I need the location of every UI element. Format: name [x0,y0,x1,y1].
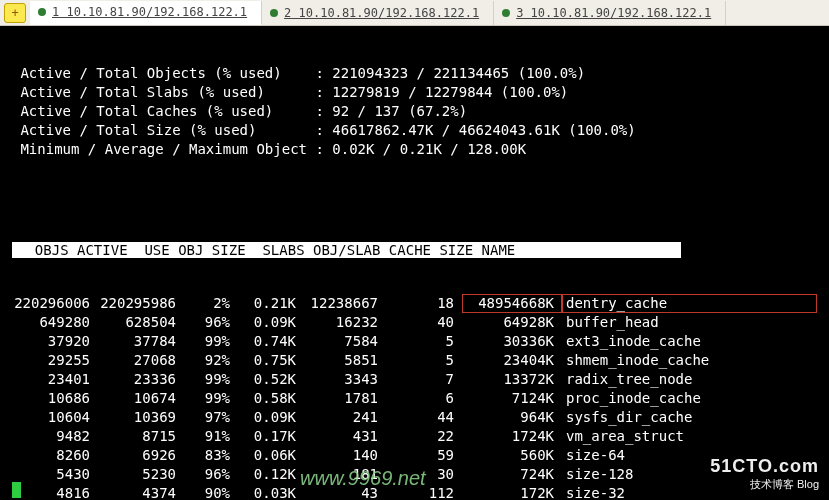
new-tab-button[interactable]: + [4,3,26,23]
cell-active: 8715 [98,427,184,446]
cell-active: 23336 [98,370,184,389]
cell-use: 91% [184,427,238,446]
cell-objs: 4816 [12,484,98,500]
cell-slabs: 431 [304,427,386,446]
cell-name: ext3_inode_cache [562,332,817,351]
cell-cachesize: 30336K [462,332,562,351]
cell-cachesize: 1724K [462,427,562,446]
cell-objslab: 44 [386,408,462,427]
cell-objsize: 0.12K [238,465,304,484]
watermark-9969: www.9969.net [300,467,426,490]
cell-objsize: 0.09K [238,408,304,427]
cell-use: 96% [184,465,238,484]
cell-objsize: 0.03K [238,484,304,500]
cell-objslab: 59 [386,446,462,465]
cell-slabs: 3343 [304,370,386,389]
cell-objsize: 0.06K [238,446,304,465]
cell-use: 90% [184,484,238,500]
cell-objsize: 0.17K [238,427,304,446]
cell-objs: 649280 [12,313,98,332]
table-row: 292552706892%0.75K5851523404Kshmem_inode… [12,351,817,370]
cell-active: 10369 [98,408,184,427]
cell-cachesize: 172K [462,484,562,500]
cell-name: shmem_inode_cache [562,351,817,370]
cell-use: 83% [184,446,238,465]
cell-objs: 10686 [12,389,98,408]
cell-slabs: 241 [304,408,386,427]
table-row: 106861067499%0.58K178167124Kproc_inode_c… [12,389,817,408]
cell-objslab: 7 [386,370,462,389]
cell-objsize: 0.74K [238,332,304,351]
cell-slabs: 12238667 [304,294,386,313]
cell-objslab: 22 [386,427,462,446]
cell-name: radix_tree_node [562,370,817,389]
cell-use: 99% [184,389,238,408]
table-row: 64928062850496%0.09K162324064928Kbuffer_… [12,313,817,332]
cell-objsize: 0.52K [238,370,304,389]
cell-active: 628504 [98,313,184,332]
cell-active: 5230 [98,465,184,484]
cell-active: 220295986 [98,294,184,313]
cell-slabs: 1781 [304,389,386,408]
terminal-tab-2[interactable]: 2 10.10.81.90/192.168.122.1 [262,1,494,25]
table-row: 106041036997%0.09K24144964Ksysfs_dir_cac… [12,408,817,427]
cell-name: vm_area_struct [562,427,817,446]
cell-objslab: 5 [386,332,462,351]
cell-objs: 37920 [12,332,98,351]
cell-name: dentry_cache [562,294,817,313]
summary-line: Active / Total Slabs (% used) : 12279819… [12,83,817,102]
terminal-output[interactable]: Active / Total Objects (% used) : 221094… [0,26,829,500]
cell-objslab: 6 [386,389,462,408]
cell-use: 92% [184,351,238,370]
cell-active: 27068 [98,351,184,370]
cell-objsize: 0.21K [238,294,304,313]
terminal-tab-1[interactable]: 1 10.10.81.90/192.168.122.1 [30,1,262,25]
table-row: 234012333699%0.52K3343713372Kradix_tree_… [12,370,817,389]
summary-line: Active / Total Objects (% used) : 221094… [12,64,817,83]
cell-use: 99% [184,370,238,389]
cell-name: proc_inode_cache [562,389,817,408]
cell-objs: 8260 [12,446,98,465]
cell-name: buffer_head [562,313,817,332]
tab-label: 1 10.10.81.90/192.168.122.1 [52,5,247,19]
cell-cachesize: 23404K [462,351,562,370]
terminal-tab-3[interactable]: 3 10.10.81.90/192.168.122.1 [494,1,726,25]
cell-use: 2% [184,294,238,313]
cell-slabs: 5851 [304,351,386,370]
cell-objs: 10604 [12,408,98,427]
cell-objsize: 0.75K [238,351,304,370]
summary-line: Active / Total Size (% used) : 46617862.… [12,121,817,140]
cell-active: 6926 [98,446,184,465]
session-status-icon [270,9,278,17]
cell-objs: 9482 [12,427,98,446]
slab-header: OBJS ACTIVE USE OBJ SIZE SLABS OBJ/SLAB … [12,242,681,258]
cell-objslab: 18 [386,294,462,313]
cell-objslab: 40 [386,313,462,332]
cell-objs: 220296006 [12,294,98,313]
cell-active: 4374 [98,484,184,500]
cell-cachesize: 48954668K [462,294,562,313]
tab-bar: + 1 10.10.81.90/192.168.122.12 10.10.81.… [0,0,829,26]
cell-cachesize: 7124K [462,389,562,408]
tab-label: 3 10.10.81.90/192.168.122.1 [516,6,711,20]
summary-line: Minimum / Average / Maximum Object : 0.0… [12,140,817,159]
cell-use: 97% [184,408,238,427]
cell-cachesize: 964K [462,408,562,427]
table-row: 9482871591%0.17K431221724Kvm_area_struct [12,427,817,446]
cell-slabs: 16232 [304,313,386,332]
cell-cachesize: 64928K [462,313,562,332]
table-row: 379203778499%0.74K7584530336Kext3_inode_… [12,332,817,351]
cell-active: 10674 [98,389,184,408]
terminal-cursor [12,482,21,498]
session-status-icon [502,9,510,17]
cell-cachesize: 724K [462,465,562,484]
cell-cachesize: 560K [462,446,562,465]
session-status-icon [38,8,46,16]
summary-line: Active / Total Caches (% used) : 92 / 13… [12,102,817,121]
cell-slabs: 7584 [304,332,386,351]
cell-objs: 29255 [12,351,98,370]
table-row: 8260692683%0.06K14059560Ksize-64 [12,446,817,465]
table-row: 2202960062202959862%0.21K122386671848954… [12,294,817,313]
cell-use: 96% [184,313,238,332]
watermark-51cto: 51CTO.com 技术博客 Blog [710,456,819,492]
